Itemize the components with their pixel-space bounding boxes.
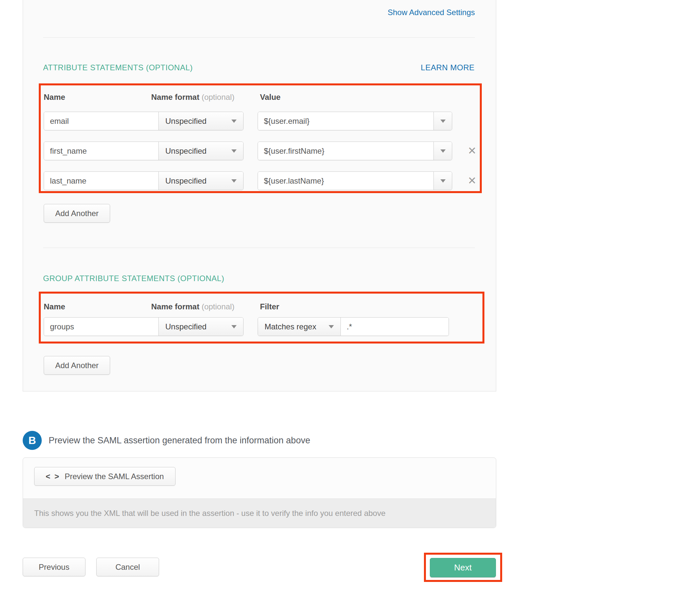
attribute-name-combo: Unspecified (44, 141, 244, 160)
attribute-value-input[interactable] (258, 142, 433, 160)
chevron-down-icon (231, 179, 236, 183)
attribute-name-input[interactable] (44, 142, 158, 160)
chevron-down-icon (441, 179, 446, 183)
column-header-name-format-label: Name format (151, 93, 199, 102)
column-header-name: Name (44, 93, 65, 102)
column-header-value: Value (260, 93, 281, 102)
saml-settings-page: Show Advanced Settings ATTRIBUTE STATEME… (0, 0, 700, 599)
group-name-input[interactable] (44, 317, 158, 336)
filter-type-select[interactable]: Matches regex (258, 317, 341, 336)
group-column-header-name: Name (44, 302, 65, 311)
cancel-button[interactable]: Cancel (96, 557, 159, 576)
divider (43, 37, 475, 38)
step-b-title: Preview the SAML assertion generated fro… (49, 436, 310, 446)
group-column-header-optional-note: (optional) (201, 302, 234, 311)
preview-note-text: This shows you the XML that will be used… (34, 509, 385, 518)
chevron-down-icon (231, 325, 236, 329)
value-dropdown-button[interactable] (433, 172, 452, 190)
group-column-header-name-format: Name format (optional) (151, 302, 234, 311)
preview-note-footer: This shows you the XML that will be used… (23, 498, 496, 528)
value-dropdown-button[interactable] (433, 142, 452, 160)
code-icon: < > (46, 472, 60, 481)
preview-saml-assertion-label: Preview the SAML Assertion (65, 472, 164, 481)
attribute-name-input[interactable] (44, 172, 158, 190)
preview-saml-assertion-button[interactable]: < > Preview the SAML Assertion (34, 467, 175, 486)
chevron-down-icon (441, 150, 446, 153)
group-name-format-select[interactable]: Unspecified (158, 317, 243, 336)
saml-settings-panel: Show Advanced Settings ATTRIBUTE STATEME… (23, 0, 496, 391)
step-b-badge: B (23, 431, 42, 450)
group-column-header-filter: Filter (260, 302, 279, 311)
show-advanced-settings-link[interactable]: Show Advanced Settings (388, 8, 475, 17)
name-format-select[interactable]: Unspecified (158, 142, 243, 160)
attribute-value-combo (258, 141, 452, 160)
attribute-value-combo (258, 172, 452, 190)
add-another-group-attribute-button[interactable]: Add Another (44, 356, 110, 375)
name-format-selected-value: Unspecified (165, 147, 206, 156)
previous-button[interactable]: Previous (23, 557, 85, 576)
value-dropdown-button[interactable] (433, 112, 452, 130)
preview-assertion-panel: < > Preview the SAML Assertion This show… (23, 458, 496, 528)
group-name-format-selected-value: Unspecified (165, 322, 206, 331)
group-column-header-name-format-label: Name format (151, 302, 199, 311)
group-name-combo: Unspecified (44, 317, 244, 336)
close-icon[interactable]: ✕ (468, 174, 477, 187)
chevron-down-icon (441, 120, 446, 123)
attribute-name-input[interactable] (44, 112, 158, 130)
name-format-select[interactable]: Unspecified (158, 172, 243, 190)
attribute-name-combo: Unspecified (44, 172, 244, 190)
chevron-down-icon (231, 150, 236, 153)
name-format-select[interactable]: Unspecified (158, 112, 243, 130)
name-format-selected-value: Unspecified (165, 116, 206, 126)
column-header-name-format: Name format (optional) (151, 93, 234, 102)
chevron-down-icon (231, 120, 236, 123)
name-format-selected-value: Unspecified (165, 176, 206, 186)
attribute-value-input[interactable] (258, 172, 433, 190)
column-header-optional-note: (optional) (201, 93, 234, 102)
group-filter-combo: Matches regex (258, 317, 449, 336)
close-icon[interactable]: ✕ (468, 144, 477, 157)
filter-type-selected-value: Matches regex (265, 322, 316, 331)
group-attribute-statements-heading: GROUP ATTRIBUTE STATEMENTS (OPTIONAL) (43, 274, 224, 283)
filter-value-input[interactable] (341, 317, 449, 336)
attribute-value-input[interactable] (258, 112, 433, 130)
add-another-attribute-button[interactable]: Add Another (44, 204, 110, 223)
learn-more-link[interactable]: LEARN MORE (421, 63, 475, 72)
chevron-down-icon (329, 325, 334, 329)
attribute-name-combo: Unspecified (44, 112, 244, 130)
next-button[interactable]: Next (430, 558, 496, 577)
divider (43, 248, 475, 248)
attribute-value-combo (258, 112, 452, 130)
attribute-statements-heading: ATTRIBUTE STATEMENTS (OPTIONAL) (43, 63, 193, 72)
